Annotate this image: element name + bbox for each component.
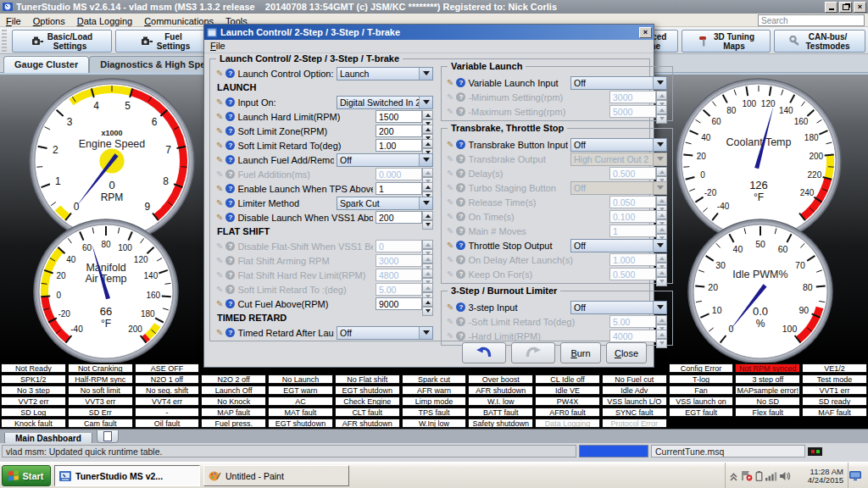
spinner-value[interactable]: 200 bbox=[376, 125, 422, 137]
spin-up-icon[interactable] bbox=[422, 110, 433, 119]
close-dialog-button[interactable]: Close bbox=[606, 342, 647, 363]
help-icon[interactable]: ? bbox=[225, 285, 235, 294]
spinner-value[interactable]: 200 bbox=[376, 211, 422, 224]
pencil-icon: ✎ bbox=[447, 155, 453, 164]
help-icon[interactable]: ? bbox=[456, 269, 465, 279]
spin-up-icon[interactable] bbox=[422, 211, 433, 220]
help-icon[interactable]: ? bbox=[456, 197, 465, 207]
burn-button[interactable]: Burn bbox=[560, 342, 601, 363]
tab-gauge-cluster[interactable]: Gauge Cluster bbox=[3, 56, 89, 73]
search-input[interactable] bbox=[758, 14, 865, 26]
spinner-cut-fuel-above-rpm[interactable]: 9000 bbox=[376, 297, 433, 310]
chevron-down-icon[interactable] bbox=[653, 240, 666, 252]
help-icon[interactable]: ? bbox=[456, 226, 465, 236]
dialog-close-icon[interactable]: × bbox=[639, 27, 652, 38]
chevron-down-icon[interactable] bbox=[419, 68, 432, 80]
help-icon[interactable]: ? bbox=[225, 126, 235, 136]
task-paint[interactable]: Untitled - Paint bbox=[203, 465, 349, 486]
help-icon[interactable]: ? bbox=[225, 270, 235, 280]
restore-button[interactable] bbox=[839, 2, 852, 13]
menu-file[interactable]: File bbox=[0, 15, 27, 27]
help-icon[interactable]: ? bbox=[225, 97, 235, 107]
help-icon[interactable]: ? bbox=[225, 241, 235, 251]
spinner-value[interactable]: 9000 bbox=[376, 297, 422, 310]
combo-transbrake-button-input[interactable]: Off bbox=[570, 138, 667, 152]
combo-timed-retard-after-launch[interactable]: Off bbox=[337, 326, 433, 340]
help-icon[interactable]: ? bbox=[225, 256, 235, 265]
help-icon[interactable]: ? bbox=[456, 169, 465, 178]
spinner-enable-launch-when-tps-above[interactable]: 1 bbox=[376, 182, 433, 195]
chevron-down-icon[interactable] bbox=[653, 77, 666, 89]
action-center-icon[interactable] bbox=[741, 470, 753, 481]
help-icon[interactable]: ? bbox=[456, 154, 465, 164]
help-icon[interactable]: ? bbox=[225, 141, 235, 150]
task-tunerstudio[interactable]: TunerStudio MS v2... bbox=[54, 465, 200, 486]
chevron-down-icon[interactable] bbox=[653, 139, 666, 151]
spin-down-icon[interactable] bbox=[422, 220, 433, 230]
toolbar-button-3d-tuning-maps[interactable]: 3D Tuning Maps bbox=[682, 30, 771, 53]
close-button[interactable]: × bbox=[854, 2, 866, 13]
chevron-down-icon[interactable] bbox=[419, 327, 432, 339]
combo-launch-control-option[interactable]: Launch bbox=[337, 67, 433, 80]
tray-expand-icon[interactable] bbox=[729, 471, 738, 481]
menu-data-logging[interactable]: Data Logging bbox=[71, 15, 138, 27]
spin-down-icon[interactable] bbox=[422, 307, 433, 316]
combo-launch-fuel-add-remove[interactable]: Off bbox=[337, 153, 433, 167]
help-icon[interactable]: ? bbox=[225, 299, 235, 308]
help-icon[interactable]: ? bbox=[456, 212, 465, 221]
help-icon[interactable]: ? bbox=[456, 140, 465, 149]
dialog-menu-file[interactable]: File bbox=[210, 41, 225, 51]
spinner-value[interactable]: 1500 bbox=[376, 110, 422, 123]
combo-throttle-stop-output[interactable]: Off bbox=[570, 239, 667, 252]
help-icon[interactable]: ? bbox=[225, 169, 235, 179]
combo-limiter-method[interactable]: Spark Cut bbox=[337, 197, 433, 210]
show-desktop-button[interactable] bbox=[848, 463, 862, 488]
spinner-soft-limit-zone-rpm[interactable]: 200 bbox=[376, 125, 433, 137]
help-icon[interactable]: ? bbox=[225, 198, 235, 208]
spinner-launch-hard-limit-rpm[interactable]: 1500 bbox=[376, 110, 433, 123]
help-icon[interactable]: ? bbox=[225, 184, 235, 193]
help-icon[interactable]: ? bbox=[456, 92, 465, 102]
help-icon[interactable]: ? bbox=[225, 155, 235, 164]
help-icon[interactable]: ? bbox=[225, 213, 235, 222]
spin-up-icon[interactable] bbox=[422, 125, 433, 134]
chevron-down-icon[interactable] bbox=[419, 197, 432, 209]
chevron-down-icon[interactable] bbox=[419, 97, 432, 108]
start-button[interactable]: Start bbox=[2, 465, 51, 486]
combo-variable-launch-input[interactable]: Off bbox=[570, 76, 667, 90]
spinner-disable-launch-when-vss1-above-mph[interactable]: 200 bbox=[376, 211, 433, 224]
help-icon[interactable]: ? bbox=[456, 331, 465, 341]
spin-up-icon[interactable] bbox=[422, 297, 433, 307]
help-icon[interactable]: ? bbox=[456, 302, 465, 312]
menu-options[interactable]: Options bbox=[27, 15, 71, 27]
toolbar-button-basic-load-settings[interactable]: Basic/Load Settings bbox=[12, 30, 112, 53]
spinner-value[interactable]: 1.00 bbox=[376, 139, 422, 152]
undo-button[interactable] bbox=[462, 342, 506, 363]
help-icon[interactable]: ? bbox=[456, 107, 465, 116]
toolbar-button-fuel-settings[interactable]: Fuel Settings bbox=[115, 30, 215, 53]
volume-icon[interactable] bbox=[780, 471, 791, 481]
help-icon[interactable]: ? bbox=[225, 328, 235, 337]
network-signal-icon[interactable] bbox=[765, 471, 777, 481]
help-icon[interactable]: ? bbox=[456, 241, 465, 250]
help-icon[interactable]: ? bbox=[456, 317, 465, 326]
help-icon[interactable]: ? bbox=[225, 112, 235, 121]
tab-add-dashboard[interactable] bbox=[97, 430, 119, 443]
combo-3-step-input[interactable]: Off bbox=[570, 301, 667, 314]
help-icon[interactable]: ? bbox=[225, 69, 235, 78]
clock[interactable]: 11:28 AM 4/24/2015 bbox=[794, 468, 843, 485]
help-icon[interactable]: ? bbox=[456, 183, 465, 192]
spinner-soft-limit-retard-to-deg[interactable]: 1.00 bbox=[376, 139, 433, 152]
battery-icon[interactable] bbox=[755, 470, 763, 481]
chevron-down-icon[interactable] bbox=[653, 302, 666, 313]
toolbar-drag-handle[interactable] bbox=[2, 30, 7, 52]
minimize-button[interactable] bbox=[825, 2, 837, 13]
chevron-down-icon[interactable] bbox=[419, 154, 432, 166]
spin-up-icon[interactable] bbox=[422, 139, 433, 148]
spin-up-icon[interactable] bbox=[422, 182, 433, 191]
spinner-value[interactable]: 1 bbox=[376, 182, 422, 195]
combo-input-on[interactable]: Digital Switched In 2 bbox=[337, 96, 433, 109]
toolbar-button-can-bus-testmodes[interactable]: CAN-bus/ Testmodes bbox=[774, 30, 865, 53]
help-icon[interactable]: ? bbox=[456, 78, 465, 87]
help-icon[interactable]: ? bbox=[456, 255, 465, 264]
